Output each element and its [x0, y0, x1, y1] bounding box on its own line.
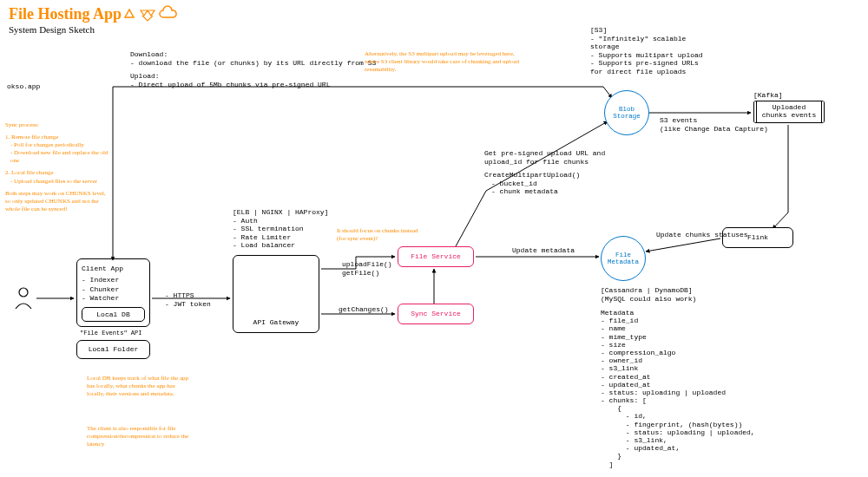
db-sub: (MySQL could also work) — [601, 295, 696, 304]
meta-3: - size — [601, 341, 755, 349]
edge-presigned: Get pre-signed upload URL and upload_id … — [484, 149, 605, 196]
file-service-label: File Service — [411, 252, 461, 261]
meta-15: - s3_link, — [601, 436, 755, 444]
meta-2: - mime_type — [601, 333, 755, 341]
local-db-note: Local DB keeps track of what file the ap… — [87, 375, 191, 398]
user-icon — [14, 286, 33, 310]
blob-storage-label: Blob Storage — [605, 106, 648, 121]
api-gateway-auth: - Auth — [233, 217, 328, 225]
meta-4: - compression_algo — [601, 349, 755, 356]
api-gateway-ssl: - SSL termination — [233, 225, 328, 233]
file-metadata-label: File Metadata — [602, 252, 645, 266]
client-app-box: Client App - Indexer - Chunker - Watcher… — [76, 258, 150, 327]
sync-process-note: Sync process: 1. Remote file change - Po… — [5, 121, 109, 213]
app-subtitle: System Design Sketch — [9, 24, 95, 35]
db-header: [Cassandra | DynamoDB] (MySQL could also… — [601, 286, 696, 303]
sync-2a: - Upload changed files to the server — [5, 178, 109, 186]
sync-footer: Both steps may work on CHUNKS level, so … — [5, 190, 109, 213]
attribution: okso.app — [7, 82, 40, 91]
meta-17: } — [601, 452, 755, 460]
blob-storage-node: Blob Storage — [604, 90, 649, 135]
sync-1b: - Download new file and replace the old … — [5, 149, 109, 165]
client-indexer: - Indexer — [82, 276, 145, 284]
metadata-schema: Metadata - file_id - name - mime_type - … — [601, 309, 755, 468]
edge-https-jwt: - HTTPS - JWT token — [165, 291, 211, 308]
kafka-box: Uploaded chunks events — [753, 101, 825, 123]
edge-presigned-2: upload_id for file chunks — [484, 158, 605, 167]
edge-multipart-call: CreateMultipartUpload() — [484, 171, 605, 180]
app-title: File Hosting App — [9, 5, 122, 23]
meta-10: - chunks: [ — [601, 396, 755, 404]
local-folder-box: Local Folder — [76, 340, 150, 359]
local-db-box: Local DB — [82, 307, 145, 322]
download-label: Download: — [130, 50, 376, 59]
edge-s3-events-1: S3 events — [660, 116, 768, 125]
meta-13: - fingerprint, (hash(bytes)) — [601, 421, 755, 428]
s3-3: - Supports pre-signed URLs for direct fi… — [590, 59, 712, 75]
upload-label: Upload: — [130, 72, 376, 81]
kafka-line-2: chunks events — [762, 111, 816, 119]
meta-12: - id, — [601, 412, 755, 420]
sync-1a: - Poll for changes periodically — [5, 141, 109, 149]
s3-header: [S3] — [590, 26, 712, 35]
meta-6: - s3_link — [601, 364, 755, 372]
svg-line-6 — [646, 238, 720, 252]
api-gateway-rate: - Rate Limiter — [233, 233, 328, 242]
kafka-line-1: Uploaded — [773, 103, 806, 111]
edge-getfile: getFile() — [342, 269, 392, 278]
file-events-api-label: "File Events" API — [80, 330, 141, 337]
edge-getchanges: getChanges() — [339, 305, 389, 314]
meta-14: - status: uploading | uploaded, — [601, 428, 755, 436]
sync-service-label: Sync Service — [411, 310, 461, 318]
s3-1: - "Infinitely" scalable storage — [590, 35, 712, 51]
api-gateway-header: [ELB | NGINX | HAProxy] - Auth - SSL ter… — [233, 208, 328, 250]
edge-upload-get: uploadFile() getFile() — [342, 260, 392, 277]
edge-presigned-1: Get pre-signed upload URL and — [484, 149, 605, 158]
edge-s3-events: S3 events (like Change Data Capture) — [660, 116, 768, 133]
cloud-icon — [160, 6, 176, 17]
metadata-title: Metadata — [601, 309, 755, 317]
gdrive-icon — [125, 10, 134, 17]
header-icons — [122, 5, 182, 23]
edge-multipart-bucket: - bucket_id — [484, 180, 605, 188]
edge-multipart-meta: - chunk metadata — [484, 187, 605, 196]
sync-2-title: 2. Local file change — [5, 169, 109, 177]
kafka-header: [Kafka] — [753, 91, 783, 100]
client-watcher: - Watcher — [82, 294, 145, 303]
client-app-title: Client App — [82, 265, 145, 273]
sync-service-box: Sync Service — [398, 304, 474, 324]
upload-text: - Direct upload of 5Mb chunks via pre-si… — [130, 81, 376, 89]
meta-8: - updated_at — [601, 381, 755, 389]
meta-7: - created_at — [601, 373, 755, 381]
edge-update-chunks: Update chunks statuses — [656, 231, 748, 239]
meta-1: - name — [601, 324, 755, 332]
edge-update-metadata: Update metadata — [512, 246, 575, 255]
client-chunker: - Chunker — [82, 285, 145, 294]
file-service-note: It should focus on chunks instead (for s… — [337, 227, 419, 243]
meta-5: - owner_id — [601, 356, 755, 364]
client-compression-note: The client is also responsible for file … — [87, 425, 191, 448]
s3-description: [S3] - "Infinitely" scalable storage - S… — [590, 26, 712, 76]
svg-point-7 — [19, 288, 28, 297]
edge-https: - HTTPS — [165, 291, 211, 300]
flink-label: Flink — [747, 233, 768, 242]
dropbox-icon — [141, 10, 155, 21]
api-gateway-lb: - Load balancer — [233, 241, 328, 250]
kafka-label: Uploaded chunks events — [762, 104, 816, 120]
file-service-box: File Service — [398, 246, 474, 267]
edge-s3-events-2: (like Change Data Capture) — [660, 125, 768, 134]
download-upload-block: Download: - download the file (or chunks… — [130, 50, 376, 88]
download-text: - download the file (or chunks) by its U… — [130, 59, 376, 68]
meta-18: ] — [601, 461, 755, 468]
file-metadata-node: File Metadata — [601, 236, 646, 281]
db-tech: [Cassandra | DynamoDB] — [601, 286, 696, 295]
meta-9: - status: uploading | uploaded — [601, 389, 755, 396]
local-folder-label: Local Folder — [89, 345, 139, 354]
edge-uploadfile: uploadFile() — [342, 260, 392, 269]
meta-11: { — [601, 404, 755, 412]
api-gateway-box: API Gateway — [233, 255, 319, 333]
edge-jwt: - JWT token — [165, 300, 211, 309]
meta-16: - updated_at, — [601, 444, 755, 452]
meta-0: - file_id — [601, 317, 755, 324]
multipart-note: Alternatively, the S3 multipart upload m… — [365, 50, 521, 74]
